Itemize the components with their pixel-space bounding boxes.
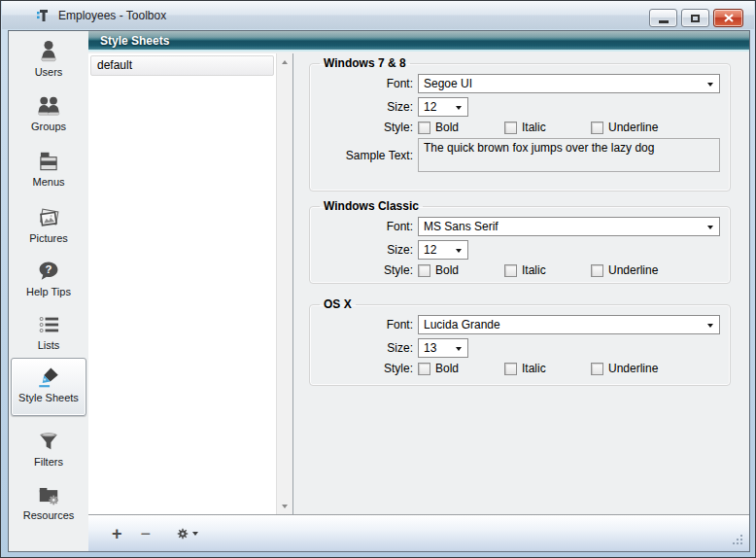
- app-window: Employees - Toolbox: [0, 0, 756, 558]
- sample-text-field[interactable]: The quick brown fox jumps over the lazy …: [418, 138, 720, 172]
- sidebar-item-lists[interactable]: Lists: [11, 310, 86, 363]
- sidebar-item-label: Users: [35, 66, 63, 78]
- sidebar-item-resources[interactable]: Resources: [11, 480, 86, 533]
- sidebar-item-help-tips[interactable]: ? Help Tips: [11, 257, 86, 309]
- size-label: Size:: [316, 100, 413, 114]
- list-scrollbar[interactable]: [276, 53, 292, 514]
- underline-checkbox[interactable]: Underline: [591, 263, 658, 277]
- group-windows-7-8: Windows 7 & 8 Font: Segoe UI Size: 12: [309, 56, 731, 192]
- underline-checkbox[interactable]: Underline: [591, 362, 658, 375]
- sidebar-item-label: Pictures: [29, 232, 68, 244]
- sidebar-item-menus[interactable]: Menus: [11, 147, 86, 199]
- font-select-value: MS Sans Serif: [424, 220, 498, 233]
- style-sheets-icon: [34, 363, 63, 392]
- style-sheet-list[interactable]: default: [88, 53, 276, 514]
- sidebar-item-groups[interactable]: Groups: [11, 91, 86, 144]
- close-button[interactable]: [713, 9, 743, 27]
- underline-checkbox[interactable]: Underline: [591, 121, 658, 134]
- checkbox-box: [418, 363, 430, 375]
- scroll-down-icon: [282, 505, 288, 508]
- groups-icon: [34, 91, 63, 121]
- checkbox-label: Underline: [608, 362, 658, 375]
- resize-grip[interactable]: [733, 534, 746, 547]
- sidebar-item-label: Menus: [32, 176, 64, 188]
- size-select[interactable]: 12: [418, 240, 468, 260]
- remove-button[interactable]: −: [141, 525, 152, 542]
- scroll-down-button[interactable]: [277, 498, 292, 514]
- sidebar-item-label: Lists: [38, 339, 60, 351]
- chevron-down-icon: [456, 106, 462, 110]
- font-label: Font:: [316, 220, 413, 233]
- group-windows-classic: Windows Classic Font: MS Sans Serif Size…: [309, 199, 731, 284]
- sidebar-item-label: Resources: [23, 509, 75, 521]
- italic-checkbox[interactable]: Italic: [504, 263, 591, 277]
- size-select[interactable]: 12: [418, 97, 468, 117]
- checkbox-box: [591, 363, 603, 375]
- checkbox-box: [591, 122, 603, 134]
- app-icon: [34, 8, 50, 23]
- checkbox-box: [418, 122, 430, 134]
- sidebar-item-users[interactable]: Users: [11, 37, 86, 89]
- sidebar-item-label: Help Tips: [26, 286, 71, 297]
- font-select-value: Lucida Grande: [424, 318, 500, 331]
- help-tips-icon: ?: [34, 257, 63, 286]
- actions-menu-button[interactable]: [176, 527, 198, 541]
- sidebar-item-label: Filters: [34, 456, 63, 468]
- list-item-default[interactable]: default: [90, 55, 274, 76]
- sidebar-item-style-sheets[interactable]: Style Sheets: [11, 358, 86, 416]
- minimize-button[interactable]: [649, 9, 677, 27]
- maximize-icon: [691, 15, 700, 22]
- font-select-value: Segoe UI: [424, 77, 472, 90]
- chevron-down-icon: [707, 226, 713, 229]
- add-button[interactable]: +: [112, 525, 122, 542]
- gear-icon: [176, 527, 189, 541]
- content-area: Users Groups: [8, 30, 750, 552]
- bold-checkbox[interactable]: Bold: [418, 121, 504, 134]
- italic-checkbox[interactable]: Italic: [504, 362, 591, 375]
- users-icon: [34, 37, 63, 66]
- chevron-down-icon: [456, 347, 462, 351]
- window-title: Employees - Toolbox: [58, 9, 166, 22]
- title-bar[interactable]: Employees - Toolbox: [2, 1, 754, 29]
- font-select[interactable]: MS Sans Serif: [418, 217, 720, 236]
- checkbox-label: Bold: [435, 263, 459, 277]
- scroll-up-button[interactable]: [277, 53, 292, 70]
- italic-checkbox[interactable]: Italic: [504, 121, 591, 134]
- style-label: Style:: [316, 362, 413, 375]
- checkbox-label: Italic: [522, 121, 546, 134]
- minimize-icon: [659, 20, 669, 23]
- panel-header-title: Style Sheets: [100, 34, 169, 48]
- list-toolbar: + −: [88, 514, 749, 551]
- size-select-value: 12: [424, 243, 436, 257]
- checkbox-label: Bold: [435, 362, 459, 375]
- panel-header: Style Sheets: [88, 31, 749, 52]
- group-title: Windows Classic: [320, 199, 423, 213]
- chevron-down-icon: [456, 249, 462, 253]
- bold-checkbox[interactable]: Bold: [418, 263, 504, 277]
- sidebar: Users Groups: [9, 31, 88, 551]
- checkbox-label: Underline: [608, 263, 658, 277]
- sample-text-label: Sample Text:: [316, 149, 413, 162]
- chevron-down-icon: [707, 324, 713, 328]
- group-title: Windows 7 & 8: [320, 56, 410, 70]
- checkbox-box: [591, 264, 603, 277]
- resources-icon: [34, 480, 63, 509]
- bold-checkbox[interactable]: Bold: [418, 362, 504, 375]
- group-os-x: OS X Font: Lucida Grande Size: 13: [309, 297, 731, 386]
- checkbox-box: [504, 363, 517, 375]
- font-label: Font:: [316, 318, 413, 331]
- sidebar-item-label: Style Sheets: [18, 392, 79, 403]
- font-select[interactable]: Segoe UI: [418, 74, 720, 93]
- sidebar-item-filters[interactable]: Filters: [11, 427, 86, 479]
- checkbox-box: [504, 122, 517, 134]
- checkbox-label: Italic: [522, 362, 546, 375]
- size-label: Size:: [316, 243, 413, 257]
- size-select-value: 13: [424, 341, 436, 355]
- maximize-button[interactable]: [681, 9, 709, 27]
- group-title: OS X: [320, 297, 356, 311]
- sidebar-item-pictures[interactable]: Pictures: [11, 203, 86, 256]
- checkbox-box: [418, 264, 430, 277]
- sidebar-item-label: Groups: [31, 121, 66, 132]
- font-select[interactable]: Lucida Grande: [418, 315, 720, 334]
- size-select[interactable]: 13: [418, 338, 468, 358]
